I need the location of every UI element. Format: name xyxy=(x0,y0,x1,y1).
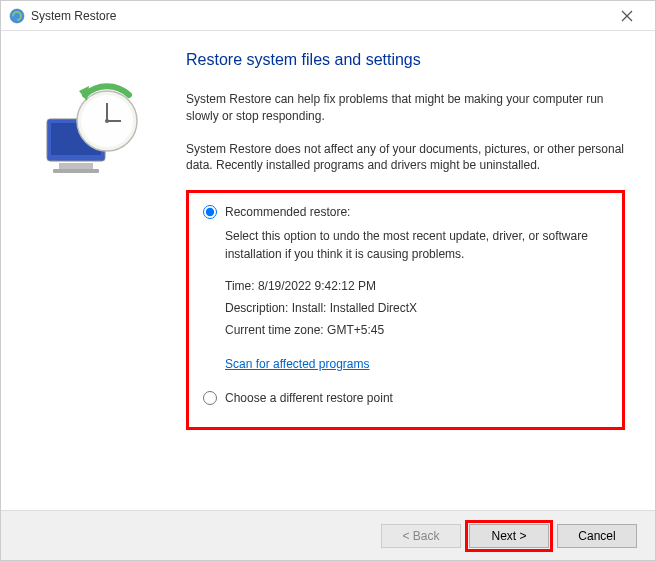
different-restore-label: Choose a different restore point xyxy=(225,391,393,405)
titlebar: System Restore xyxy=(1,1,655,31)
time-value: 8/19/2022 9:42:12 PM xyxy=(258,279,376,293)
restore-timezone-line: Current time zone: GMT+5:45 xyxy=(225,321,608,339)
svg-rect-7 xyxy=(53,169,99,173)
svg-rect-6 xyxy=(59,163,93,169)
restore-time-line: Time: 8/19/2022 9:42:12 PM xyxy=(225,277,608,295)
recommended-restore-label: Recommended restore: xyxy=(225,205,350,219)
restore-description-line: Description: Install: Installed DirectX xyxy=(225,299,608,317)
time-label: Time: xyxy=(225,279,258,293)
different-restore-radio[interactable] xyxy=(203,391,217,405)
next-button[interactable]: Next > xyxy=(469,524,549,548)
close-icon[interactable] xyxy=(607,2,647,30)
tz-label: Current time zone: xyxy=(225,323,327,337)
cancel-button[interactable]: Cancel xyxy=(557,524,637,548)
restore-options-group: Recommended restore: Select this option … xyxy=(186,190,625,430)
svg-point-12 xyxy=(105,119,109,123)
different-restore-option[interactable]: Choose a different restore point xyxy=(203,391,608,405)
window-title: System Restore xyxy=(31,9,607,23)
intro-paragraph-2: System Restore does not affect any of yo… xyxy=(186,141,625,175)
restore-artwork-icon xyxy=(29,71,149,191)
recommended-restore-radio[interactable] xyxy=(203,205,217,219)
desc-value: Install: Installed DirectX xyxy=(292,301,417,315)
system-restore-dialog: System Restore xyxy=(0,0,656,561)
page-heading: Restore system files and settings xyxy=(186,51,625,69)
left-panel xyxy=(1,31,176,510)
scan-affected-programs-link[interactable]: Scan for affected programs xyxy=(225,355,370,373)
content-area: Restore system files and settings System… xyxy=(1,31,655,510)
back-button: < Back xyxy=(381,524,461,548)
system-restore-icon xyxy=(9,8,25,24)
recommended-details: Select this option to undo the most rece… xyxy=(225,227,608,383)
tz-value: GMT+5:45 xyxy=(327,323,384,337)
dialog-footer: < Back Next > Cancel xyxy=(1,510,655,560)
recommended-restore-option[interactable]: Recommended restore: xyxy=(203,205,608,219)
right-panel: Restore system files and settings System… xyxy=(176,31,655,510)
intro-paragraph-1: System Restore can help fix problems tha… xyxy=(186,91,625,125)
recommended-description: Select this option to undo the most rece… xyxy=(225,227,608,263)
desc-label: Description: xyxy=(225,301,292,315)
